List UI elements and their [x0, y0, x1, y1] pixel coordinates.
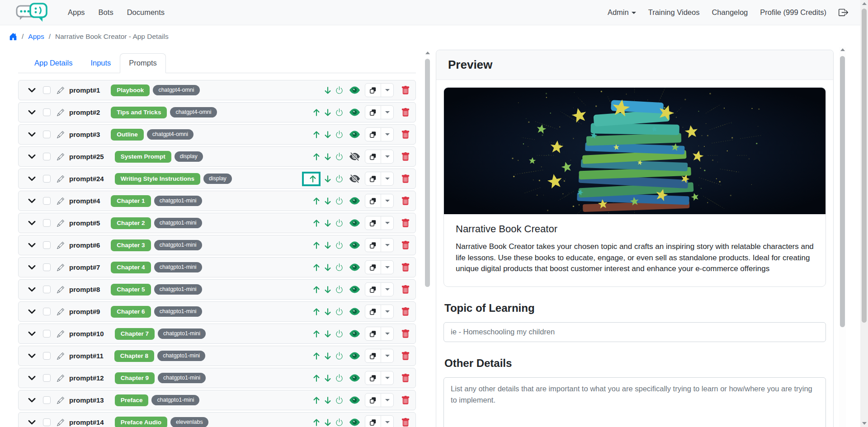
delete-button[interactable]: [401, 108, 410, 117]
toggle-active-button[interactable]: [335, 174, 344, 183]
move-down-button[interactable]: [324, 352, 332, 361]
move-down-button[interactable]: [324, 374, 332, 383]
pencil-icon[interactable]: [57, 87, 64, 94]
delete-button[interactable]: [401, 285, 410, 294]
visibility-button[interactable]: [349, 151, 360, 162]
move-down-button[interactable]: [324, 86, 332, 95]
move-up-button[interactable]: [312, 329, 321, 338]
visibility-button[interactable]: [349, 373, 360, 383]
delete-button[interactable]: [401, 197, 410, 206]
pencil-icon[interactable]: [57, 242, 64, 249]
copy-dropdown-button[interactable]: [381, 150, 393, 163]
prompt-checkbox[interactable]: [43, 197, 51, 205]
move-down-button[interactable]: [324, 219, 332, 228]
chevron-down-icon[interactable]: [28, 174, 37, 183]
delete-button[interactable]: [401, 152, 410, 161]
admin-dropdown[interactable]: Admin: [608, 8, 636, 17]
scroll-up-arrow-icon[interactable]: [862, 2, 867, 5]
delete-button[interactable]: [401, 263, 410, 272]
copy-dropdown-button[interactable]: [381, 106, 393, 119]
toggle-active-button[interactable]: [335, 396, 344, 404]
chevron-down-icon[interactable]: [28, 241, 37, 250]
copy-button[interactable]: [365, 106, 381, 119]
copy-dropdown-button[interactable]: [381, 371, 393, 385]
chevron-down-icon[interactable]: [28, 152, 37, 161]
copy-button[interactable]: [365, 128, 381, 141]
chevron-down-icon[interactable]: [28, 352, 37, 361]
copy-button[interactable]: [365, 394, 381, 407]
toggle-active-button[interactable]: [335, 108, 344, 117]
move-down-button[interactable]: [324, 329, 332, 338]
pencil-icon[interactable]: [57, 375, 64, 382]
pencil-icon[interactable]: [57, 419, 64, 426]
move-down-button[interactable]: [324, 152, 332, 161]
scroll-up-arrow-icon[interactable]: [840, 48, 845, 51]
prompt-checkbox[interactable]: [43, 86, 51, 94]
breadcrumb-apps-link[interactable]: Apps: [28, 33, 44, 41]
move-up-button[interactable]: [312, 130, 321, 139]
app-logo[interactable]: 0101: [15, 2, 48, 23]
copy-dropdown-button[interactable]: [381, 128, 393, 141]
visibility-button[interactable]: [349, 196, 360, 206]
visibility-button[interactable]: [349, 240, 360, 250]
toggle-active-button[interactable]: [335, 219, 344, 227]
preview-panel-scrollbar[interactable]: [839, 47, 846, 427]
chevron-down-icon[interactable]: [28, 130, 37, 139]
move-up-button[interactable]: [312, 219, 321, 228]
prompt-checkbox[interactable]: [43, 330, 51, 338]
visibility-button[interactable]: [349, 395, 360, 405]
move-down-button[interactable]: [324, 130, 332, 139]
move-up-button[interactable]: [309, 174, 317, 183]
visibility-button[interactable]: [349, 174, 360, 184]
topic-input[interactable]: [443, 322, 826, 342]
scrollbar-thumb[interactable]: [425, 59, 430, 287]
delete-button[interactable]: [401, 396, 410, 405]
chevron-down-icon[interactable]: [28, 307, 37, 316]
prompt-checkbox[interactable]: [43, 153, 51, 160]
prompt-checkbox[interactable]: [43, 241, 51, 249]
chevron-down-icon[interactable]: [28, 396, 37, 405]
copy-button[interactable]: [365, 84, 381, 97]
toggle-active-button[interactable]: [335, 418, 344, 427]
delete-button[interactable]: [401, 241, 410, 250]
copy-dropdown-button[interactable]: [381, 216, 393, 230]
visibility-button[interactable]: [349, 129, 360, 140]
move-up-button[interactable]: [312, 352, 321, 361]
move-up-button[interactable]: [312, 152, 321, 161]
other-details-textarea[interactable]: [443, 377, 826, 427]
copy-dropdown-button[interactable]: [381, 349, 393, 362]
move-down-button[interactable]: [324, 241, 332, 250]
move-down-button[interactable]: [324, 263, 332, 272]
copy-button[interactable]: [365, 371, 381, 385]
logout-button[interactable]: [839, 8, 848, 17]
pencil-icon[interactable]: [57, 352, 64, 360]
page-scrollbar[interactable]: [860, 0, 868, 427]
pencil-icon[interactable]: [57, 153, 64, 160]
copy-button[interactable]: [365, 283, 381, 296]
nav-profile[interactable]: Profile (999 Credits): [760, 8, 826, 17]
visibility-button[interactable]: [349, 218, 360, 228]
chevron-down-icon[interactable]: [28, 86, 37, 95]
copy-button[interactable]: [365, 349, 381, 362]
move-up-button[interactable]: [312, 418, 321, 427]
chevron-down-icon[interactable]: [28, 285, 37, 294]
copy-button[interactable]: [365, 216, 381, 230]
nav-apps[interactable]: Apps: [68, 8, 85, 17]
copy-button[interactable]: [365, 150, 381, 163]
pencil-icon[interactable]: [57, 264, 64, 271]
visibility-button[interactable]: [349, 85, 360, 95]
prompt-checkbox[interactable]: [43, 308, 51, 315]
chevron-down-icon[interactable]: [28, 263, 37, 272]
prompt-checkbox[interactable]: [43, 263, 51, 271]
move-up-button[interactable]: [312, 197, 321, 206]
chevron-down-icon[interactable]: [28, 418, 37, 427]
visibility-button[interactable]: [349, 351, 360, 361]
copy-button[interactable]: [365, 305, 381, 318]
delete-button[interactable]: [401, 86, 410, 95]
delete-button[interactable]: [401, 130, 410, 139]
copy-dropdown-button[interactable]: [381, 239, 393, 252]
toggle-active-button[interactable]: [335, 86, 344, 94]
pencil-icon[interactable]: [57, 197, 64, 205]
scroll-up-arrow-icon[interactable]: [425, 52, 430, 54]
move-up-button[interactable]: [312, 241, 321, 250]
